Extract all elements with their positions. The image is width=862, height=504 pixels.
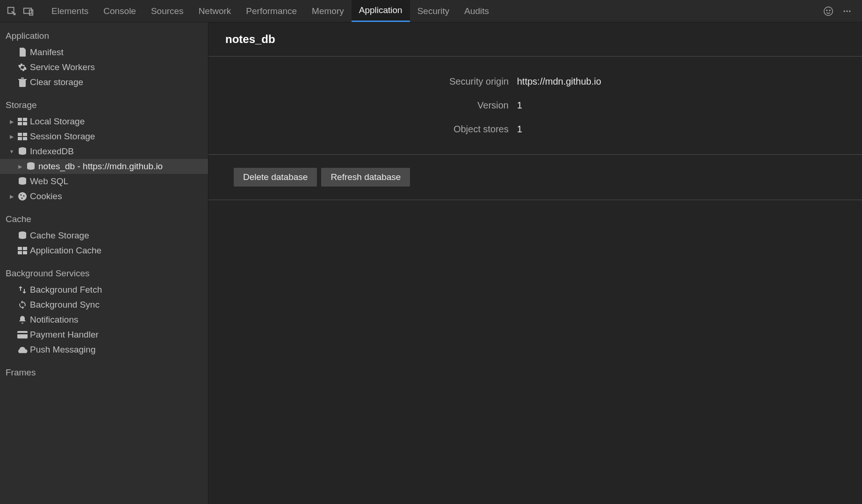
device-toolbar-icon[interactable]: [22, 4, 36, 18]
tab-audits[interactable]: Audits: [457, 0, 496, 22]
transfer-icon: [17, 285, 28, 295]
tabbar-left-tools: [0, 4, 40, 18]
database-actions: Delete database Refresh database: [208, 155, 862, 200]
tab-console[interactable]: Console: [96, 0, 144, 22]
bell-icon: [17, 315, 28, 325]
sidebar-item-label: Background Sync: [30, 300, 100, 310]
detail-version: Version 1: [208, 94, 862, 117]
trash-icon: [17, 77, 28, 87]
chevron-right-icon: ▶: [8, 194, 15, 200]
svg-rect-30: [17, 333, 28, 334]
tab-application[interactable]: Application: [352, 0, 410, 22]
refresh-database-button[interactable]: Refresh database: [321, 168, 410, 187]
svg-point-22: [23, 195, 25, 197]
sidebar-item-label: Web SQL: [30, 176, 68, 187]
tabbar-right-tools: [822, 5, 862, 18]
sidebar-item-service-workers[interactable]: ▶ Service Workers: [0, 60, 208, 75]
sidebar-item-label: Clear storage: [30, 77, 83, 87]
database-icon: [26, 161, 36, 172]
detail-label: Security origin: [208, 76, 517, 87]
sidebar-item-push-messaging[interactable]: ▶ Push Messaging: [0, 342, 208, 357]
sidebar-item-label: notes_db - https://mdn.github.io: [38, 161, 163, 172]
element-selector-icon[interactable]: [5, 4, 19, 18]
svg-rect-13: [18, 133, 22, 136]
tab-elements[interactable]: Elements: [44, 0, 96, 22]
section-cache: Cache: [0, 209, 208, 228]
cookie-icon: [17, 191, 28, 202]
section-storage: Storage: [0, 95, 208, 114]
detail-value: https://mdn.github.io: [517, 76, 601, 87]
document-icon: [17, 47, 28, 58]
sidebar-item-label: Session Storage: [30, 131, 95, 142]
sidebar-item-label: Manifest: [30, 47, 64, 58]
sidebar-item-local-storage[interactable]: ▶ Local Storage: [0, 114, 208, 129]
sidebar-item-label: Payment Handler: [30, 330, 99, 340]
sidebar-item-label: Notifications: [30, 315, 79, 325]
database-details: Security origin https://mdn.github.io Ve…: [208, 57, 862, 155]
chevron-right-icon: ▶: [8, 134, 15, 140]
sidebar-item-manifest[interactable]: ▶ Manifest: [0, 45, 208, 60]
svg-point-23: [22, 198, 23, 199]
database-icon: [17, 230, 28, 241]
sidebar-item-cache-storage[interactable]: ▶ Cache Storage: [0, 228, 208, 243]
main-header: notes_db: [208, 22, 862, 57]
svg-rect-1: [24, 8, 32, 13]
sidebar-item-label: Local Storage: [30, 116, 85, 127]
sidebar-item-background-fetch[interactable]: ▶ Background Fetch: [0, 282, 208, 297]
sidebar-item-session-storage[interactable]: ▶ Session Storage: [0, 129, 208, 144]
svg-rect-27: [18, 251, 22, 254]
sidebar-item-background-sync[interactable]: ▶ Background Sync: [0, 297, 208, 312]
sidebar-item-cookies[interactable]: ▶ Cookies: [0, 189, 208, 204]
cloud-icon: [17, 345, 28, 355]
svg-point-21: [21, 194, 22, 196]
tab-sources[interactable]: Sources: [144, 0, 191, 22]
svg-rect-11: [18, 122, 22, 125]
sidebar-item-payment-handler[interactable]: ▶ Payment Handler: [0, 327, 208, 342]
svg-rect-26: [23, 247, 27, 250]
grid-icon: [17, 116, 28, 127]
devtools-tabs: Elements Console Sources Network Perform…: [44, 0, 496, 22]
detail-label: Object stores: [208, 124, 517, 135]
credit-card-icon: [17, 330, 28, 340]
detail-value: 1: [517, 124, 522, 135]
delete-database-button[interactable]: Delete database: [234, 168, 317, 187]
svg-rect-10: [23, 118, 27, 121]
svg-point-4: [826, 10, 827, 11]
gear-icon: [17, 62, 28, 72]
detail-object-stores: Object stores 1: [208, 117, 862, 141]
sidebar-item-label: Cache Storage: [30, 230, 89, 241]
sidebar-item-application-cache[interactable]: ▶ Application Cache: [0, 243, 208, 258]
detail-security-origin: Security origin https://mdn.github.io: [208, 70, 862, 94]
sidebar-item-web-sql[interactable]: ▶ Web SQL: [0, 174, 208, 189]
svg-rect-15: [18, 137, 22, 140]
sidebar-item-clear-storage[interactable]: ▶ Clear storage: [0, 75, 208, 90]
svg-rect-14: [23, 133, 27, 136]
sidebar-item-label: Application Cache: [30, 245, 101, 256]
devtools-tab-bar: Elements Console Sources Network Perform…: [0, 0, 862, 22]
sidebar-item-indexeddb[interactable]: ▼ IndexedDB: [0, 144, 208, 159]
chevron-right-icon: ▶: [17, 164, 23, 170]
chevron-down-icon: ▼: [8, 149, 15, 154]
grid-icon: [17, 245, 28, 256]
sidebar-item-label: Cookies: [30, 191, 62, 202]
sidebar-item-notifications[interactable]: ▶ Notifications: [0, 312, 208, 327]
sync-icon: [17, 300, 28, 310]
section-background-services: Background Services: [0, 264, 208, 282]
more-icon[interactable]: [840, 5, 854, 18]
grid-icon: [17, 131, 28, 142]
svg-rect-28: [23, 251, 27, 254]
sidebar-item-label: Background Fetch: [30, 285, 102, 295]
tab-network[interactable]: Network: [191, 0, 239, 22]
tab-memory[interactable]: Memory: [304, 0, 352, 22]
smile-icon[interactable]: [822, 5, 835, 18]
tab-performance[interactable]: Performance: [238, 0, 304, 22]
svg-point-3: [824, 7, 833, 15]
sidebar-item-label: IndexedDB: [30, 146, 74, 157]
detail-value: 1: [517, 100, 522, 111]
svg-rect-9: [18, 118, 22, 121]
sidebar-item-notes-db[interactable]: ▶ notes_db - https://mdn.github.io: [0, 159, 208, 174]
svg-point-8: [849, 10, 850, 12]
tab-security[interactable]: Security: [410, 0, 457, 22]
section-application: Application: [0, 26, 208, 45]
svg-point-5: [829, 10, 830, 11]
